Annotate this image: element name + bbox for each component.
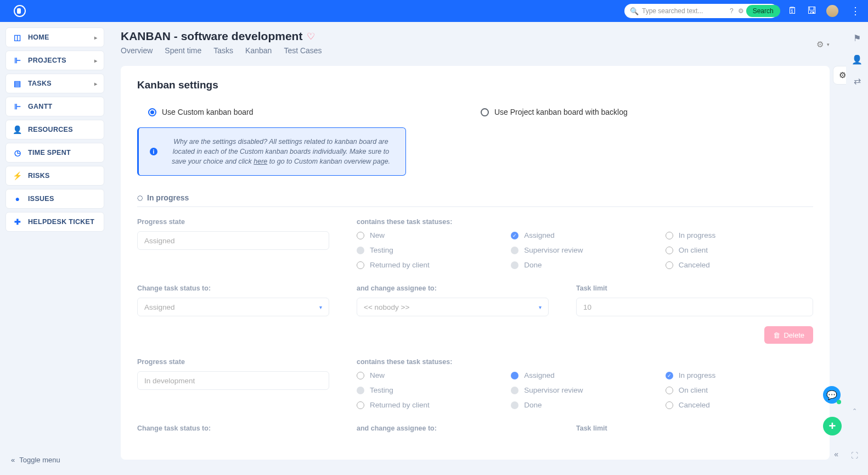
status-option-supervisor-review[interactable]: Supervisor review — [511, 246, 658, 254]
kebab-menu-icon[interactable]: ⋮ — [848, 5, 863, 17]
radio-backlog-board[interactable]: Use Project kanban board with backlog — [481, 108, 813, 116]
nav-item-resources[interactable]: 👤RESOURCES — [5, 120, 104, 139]
section-in-progress: ◌ In progress — [137, 189, 813, 207]
status-option-assigned[interactable]: Assigned — [511, 371, 658, 379]
tab-kanban[interactable]: Kanban — [245, 46, 272, 55]
chevron-right-icon: ▸ — [94, 58, 97, 64]
nav-item-helpdesk-ticket[interactable]: ✚HELPDESK TICKET — [5, 212, 104, 232]
input-progress-state-2[interactable] — [137, 371, 329, 390]
status-option-testing[interactable]: Testing — [357, 386, 504, 394]
status-option-supervisor-review[interactable]: Supervisor review — [511, 386, 658, 394]
status-label: Returned by client — [370, 401, 430, 409]
status-option-new[interactable]: New — [357, 371, 504, 379]
heart-icon[interactable]: ♡ — [307, 31, 315, 42]
status-option-in-progress[interactable]: ✓In progress — [666, 371, 813, 379]
select-change-status-1[interactable]: Assigned ▾ — [137, 298, 329, 316]
nav-item-issues[interactable]: ●ISSUES — [5, 189, 104, 209]
app-logo[interactable] — [14, 5, 26, 17]
nav-icon: ⊩ — [13, 102, 22, 111]
block-1-row2: Change task status to: Assigned ▾ and ch… — [137, 284, 813, 316]
status-label: Supervisor review — [524, 246, 583, 254]
adjust-icon[interactable]: ⇄ — [854, 76, 861, 86]
info-here-link[interactable]: here — [253, 158, 267, 165]
disabled-settings-area: Progress state contains these task statu… — [137, 218, 813, 438]
search-filter-icon[interactable]: ⚙ — [736, 7, 746, 15]
tab-tasks[interactable]: Tasks — [213, 46, 233, 55]
status-option-returned-by-client[interactable]: Returned by client — [357, 261, 504, 269]
input-task-limit-1[interactable] — [576, 298, 813, 316]
nav-icon: ⊩ — [13, 56, 22, 65]
status-option-canceled[interactable]: Canceled — [666, 261, 813, 269]
calendar-icon[interactable]: 🗓 — [788, 5, 797, 16]
status-option-on-client[interactable]: On client — [666, 386, 813, 394]
status-indicator-icon — [357, 261, 364, 269]
label-contains-2: contains these task statuses: — [357, 358, 813, 366]
label-change-assignee-2: and change assignee to: — [357, 424, 560, 432]
tab-overview[interactable]: Overview — [121, 46, 153, 55]
search-icon: 🔍 — [630, 7, 639, 15]
status-option-canceled[interactable]: Canceled — [666, 401, 813, 409]
collapse-right-icon[interactable]: « — [834, 450, 838, 459]
tab-spent-time[interactable]: Spent time — [165, 46, 201, 55]
search-help-icon[interactable]: ? — [728, 7, 736, 15]
status-option-in-progress[interactable]: In progress — [666, 231, 813, 239]
topbar-right: 🔍 ? ⚙ Search 🗓 🖫 ⋮ — [624, 4, 863, 18]
search-input[interactable] — [639, 7, 728, 15]
label-progress-state: Progress state — [137, 218, 340, 226]
main-content: KANBAN - software development ♡ Overview… — [110, 22, 846, 475]
page-settings-dropdown[interactable]: ⚙ ▾ — [816, 30, 830, 49]
search-button[interactable]: Search — [746, 5, 780, 17]
status-option-new[interactable]: New — [357, 231, 504, 239]
status-indicator-icon — [666, 401, 673, 409]
section-label: In progress — [147, 193, 189, 202]
nav-icon: ◷ — [13, 148, 22, 157]
status-label: Canceled — [679, 261, 710, 269]
toggle-menu[interactable]: « Toggle menu — [5, 450, 104, 470]
status-label: On client — [679, 386, 708, 394]
nav-item-home[interactable]: ◫HOME▸ — [5, 27, 104, 47]
right-rail: ⚑ 👤 ⇄ — [846, 22, 868, 475]
radio-custom-label: Use Custom kanban board — [162, 108, 253, 116]
status-option-assigned[interactable]: ✓Assigned — [511, 231, 658, 239]
input-progress-state-1[interactable] — [137, 231, 329, 250]
label-progress-state-2: Progress state — [137, 358, 340, 366]
status-option-on-client[interactable]: On client — [666, 246, 813, 254]
delete-button[interactable]: 🗑 Delete — [764, 326, 813, 344]
nav-item-projects[interactable]: ⊩PROJECTS▸ — [5, 51, 104, 70]
collapse-icon: « — [11, 456, 15, 464]
status-indicator-icon — [511, 387, 518, 394]
status-label: Done — [524, 401, 542, 409]
chevron-down-icon: ▾ — [827, 42, 830, 47]
nav-item-risks[interactable]: ⚡RISKS — [5, 166, 104, 186]
spinner-icon: ◌ — [137, 194, 143, 202]
status-indicator-icon — [357, 247, 364, 254]
fullscreen-icon[interactable]: ⛶ — [851, 451, 858, 460]
user-search-icon[interactable]: 👤 — [852, 54, 863, 65]
status-label: Assigned — [524, 371, 555, 379]
tab-test-cases[interactable]: Test Cases — [284, 46, 322, 55]
select-change-assignee-1[interactable]: << nobody >> ▾ — [357, 298, 549, 316]
scroll-up-icon[interactable]: ⌃ — [852, 407, 857, 415]
user-avatar[interactable] — [826, 5, 838, 17]
radio-checked-icon — [148, 108, 156, 116]
label-change-assignee: and change assignee to: — [357, 284, 560, 292]
panel-title: Kanban settings — [137, 79, 813, 91]
fab-add[interactable]: + — [823, 417, 842, 435]
chat-bubble[interactable]: 💬 — [823, 386, 841, 404]
topbar-left — [5, 5, 26, 17]
radio-custom-board[interactable]: Use Custom kanban board — [148, 108, 481, 116]
status-option-done[interactable]: Done — [511, 261, 658, 269]
nav-icon: ● — [13, 194, 22, 203]
status-option-testing[interactable]: Testing — [357, 246, 504, 254]
nav-item-time-spent[interactable]: ◷TIME SPENT — [5, 143, 104, 163]
flag-icon[interactable]: ⚑ — [853, 33, 861, 43]
chevron-right-icon: ▸ — [94, 35, 97, 41]
panel-settings-button[interactable]: ⚙ — [833, 66, 846, 85]
status-option-done[interactable]: Done — [511, 401, 658, 409]
status-option-returned-by-client[interactable]: Returned by client — [357, 401, 504, 409]
nav-item-gantt[interactable]: ⊩GANTT — [5, 97, 104, 116]
nav-item-tasks[interactable]: ▤TASKS▸ — [5, 74, 104, 93]
save-icon[interactable]: 🖫 — [807, 5, 816, 16]
nav-icon: ▤ — [13, 79, 22, 88]
status-label: Canceled — [679, 401, 710, 409]
